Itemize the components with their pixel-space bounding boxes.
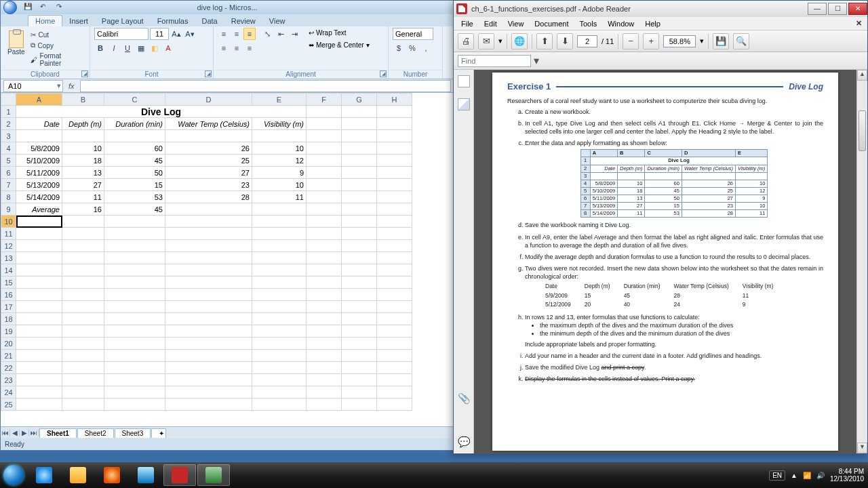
menu-tools[interactable]: Tools <box>575 18 602 29</box>
sheet-nav-first[interactable]: ⏮ <box>1 429 10 436</box>
attachments-panel-icon[interactable]: 📎 <box>458 392 470 405</box>
row-8[interactable]: 8 <box>1 191 16 203</box>
cell-title[interactable]: Dive Log <box>16 106 307 118</box>
tab-home[interactable]: Home <box>28 15 62 26</box>
percent-button[interactable]: % <box>406 42 418 54</box>
close-doc-button[interactable]: ✕ <box>853 19 865 28</box>
find-input[interactable] <box>458 55 531 67</box>
col-A[interactable]: A <box>16 94 62 106</box>
chevron-down-icon[interactable]: ▾ <box>57 81 62 90</box>
tray-flag-icon[interactable]: ▲ <box>791 472 797 479</box>
row-5[interactable]: 5 <box>1 155 16 167</box>
taskbar-reader[interactable] <box>163 464 196 486</box>
format-painter-button[interactable]: 🖌Format Painter <box>29 52 85 68</box>
maximize-button[interactable]: ☐ <box>828 3 847 15</box>
shrink-font-button[interactable]: A▾ <box>184 28 196 40</box>
align-right[interactable]: ≡ <box>243 42 256 54</box>
office-button[interactable] <box>3 1 17 14</box>
page-down-button[interactable]: ⬇ <box>557 33 573 49</box>
qat-undo-icon[interactable]: ↶ <box>40 3 50 12</box>
row-6[interactable]: 6 <box>1 167 16 179</box>
scroll-thumb[interactable] <box>859 110 866 151</box>
sheet-nav-next[interactable]: ▶ <box>20 429 29 436</box>
alignment-dialog-launcher[interactable]: ◢ <box>380 70 387 77</box>
row-9[interactable]: 9 <box>1 203 16 216</box>
menu-edit[interactable]: Edit <box>479 18 502 29</box>
wrap-text-button[interactable]: ↩Wrap Text <box>306 28 372 38</box>
underline-button[interactable]: U <box>121 42 134 54</box>
tab-formulas[interactable]: Formulas <box>151 16 195 26</box>
italic-button[interactable]: I <box>108 42 120 54</box>
row-1[interactable]: 1 <box>1 106 16 118</box>
clock[interactable]: 8:44 PM 12/13/2010 <box>830 468 864 483</box>
menu-help[interactable]: Help <box>640 18 665 29</box>
align-top[interactable]: ≡ <box>218 28 230 40</box>
col-D[interactable]: D <box>165 94 252 106</box>
tray-volume-icon[interactable]: 🔊 <box>816 472 825 479</box>
language-indicator[interactable]: EN <box>769 470 785 481</box>
email-button[interactable]: ✉ <box>478 33 494 49</box>
align-middle[interactable]: ≡ <box>231 28 243 40</box>
zoom-in-button[interactable]: + <box>643 33 659 49</box>
font-color-button[interactable]: A <box>162 42 174 54</box>
align-left[interactable]: ≡ <box>218 42 230 54</box>
tab-page-layout[interactable]: Page Layout <box>95 16 151 26</box>
menu-view[interactable]: View <box>503 18 529 29</box>
bookmarks-panel-icon[interactable] <box>458 98 470 110</box>
scroll-up-icon[interactable]: ▲ <box>857 70 867 81</box>
sheet-nav-last[interactable]: ⏭ <box>29 429 39 436</box>
row-3[interactable]: 3 <box>1 130 16 142</box>
comma-button[interactable]: , <box>420 42 432 54</box>
reader-titlebar[interactable]: ch_6-1_functions_exercises.pdf - Adobe R… <box>454 1 867 17</box>
col-G[interactable]: G <box>342 94 377 106</box>
reader-scrollbar[interactable]: ▲ ▼ <box>856 70 867 453</box>
currency-button[interactable]: $ <box>393 42 405 54</box>
pages-panel-icon[interactable] <box>458 75 470 87</box>
close-button[interactable]: ✕ <box>848 3 867 15</box>
row-7[interactable]: 7 <box>1 179 16 191</box>
taskbar-app[interactable] <box>130 464 162 486</box>
save-button[interactable]: 💾 <box>713 33 729 49</box>
page-up-button[interactable]: ⬆ <box>536 33 553 49</box>
sheet-tab-3[interactable]: Sheet3 <box>115 428 151 438</box>
start-button[interactable] <box>0 462 27 488</box>
col-H[interactable]: H <box>377 94 412 106</box>
formula-bar[interactable] <box>80 80 451 92</box>
font-size-combo[interactable] <box>150 28 169 40</box>
page-number-input[interactable] <box>577 35 597 47</box>
cut-button[interactable]: ✂Cut <box>29 30 85 39</box>
paste-button[interactable]: Paste <box>5 28 28 68</box>
border-button[interactable]: ▦ <box>135 42 147 54</box>
font-dialog-launcher[interactable]: ◢ <box>205 70 212 77</box>
align-center[interactable]: ≡ <box>231 42 243 54</box>
excel-titlebar[interactable]: 💾 ↶ ↷ dive log - Micros... <box>1 1 454 14</box>
qat-save-icon[interactable]: 💾 <box>24 3 33 12</box>
fill-color-button[interactable]: ◧ <box>149 42 161 54</box>
qat-redo-icon[interactable]: ↷ <box>56 3 66 12</box>
tab-data[interactable]: Data <box>195 16 224 26</box>
scroll-down-icon[interactable]: ▼ <box>857 443 867 453</box>
search-button[interactable]: 🔍 <box>733 33 749 49</box>
menu-file[interactable]: File <box>456 18 478 29</box>
collab-button[interactable]: 🌐 <box>511 33 528 49</box>
taskbar-excel[interactable] <box>197 464 230 486</box>
active-cell[interactable] <box>16 216 62 228</box>
indent-inc[interactable]: ⇥ <box>288 28 300 40</box>
sheet-tab-2[interactable]: Sheet2 <box>77 428 114 438</box>
zoom-out-button[interactable]: − <box>623 33 639 49</box>
minimize-button[interactable]: — <box>808 3 827 15</box>
sheet-tab-1[interactable]: Sheet1 <box>39 428 77 438</box>
select-all[interactable] <box>1 94 16 106</box>
comments-panel-icon[interactable]: 💬 <box>458 436 470 448</box>
copy-button[interactable]: ⧉Copy <box>29 41 85 50</box>
merge-center-button[interactable]: ⬌Merge & Center▾ <box>306 40 372 50</box>
indent-dec[interactable]: ⇤ <box>275 28 287 40</box>
row-2[interactable]: 2 <box>1 118 16 130</box>
tab-insert[interactable]: Insert <box>62 16 95 26</box>
document-area[interactable]: Exercise 1Dive Log Researchers of a cora… <box>474 70 856 453</box>
name-box[interactable]: A10▾ <box>3 80 63 92</box>
find-dropdown[interactable]: ▾ <box>531 54 542 67</box>
align-bottom[interactable]: ≡ <box>243 28 256 40</box>
bold-button[interactable]: B <box>94 42 106 54</box>
menu-document[interactable]: Document <box>530 18 573 29</box>
